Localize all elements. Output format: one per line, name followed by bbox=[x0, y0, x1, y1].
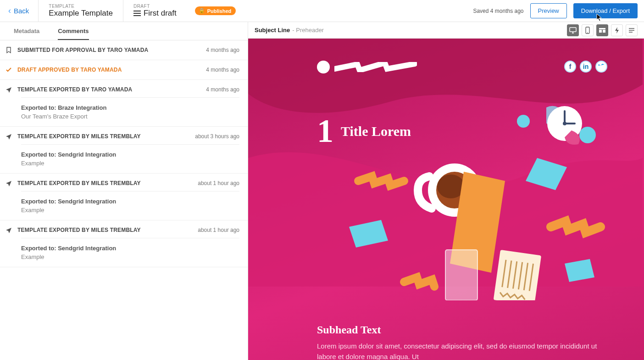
email-preview[interactable]: f in 1 Title Lorem bbox=[248, 39, 644, 360]
bookmark-icon bbox=[6, 47, 16, 53]
activity-title: TEMPLATE EXPORTED BY MILES TREMBLAY bbox=[17, 133, 141, 140]
subject-line[interactable]: Subject Line bbox=[255, 27, 290, 34]
svg-point-7 bbox=[579, 127, 596, 143]
twitter-icon[interactable] bbox=[595, 61, 607, 73]
activity-time: 4 months ago bbox=[206, 67, 239, 73]
body-text: Lorem ipsum dolor sit amet, consectetur … bbox=[317, 341, 598, 360]
activity-row: TEMPLATE EXPORTED BY MILES TREMBLAY abou… bbox=[0, 127, 248, 174]
activity-detail-primary: Exported to: Braze Integration bbox=[21, 104, 239, 111]
preheader-text[interactable]: - Preheader bbox=[292, 27, 324, 34]
svg-point-6 bbox=[517, 115, 530, 128]
tab-metadata[interactable]: Metadata bbox=[14, 28, 39, 40]
menu-icon bbox=[133, 11, 141, 16]
activity-row: TEMPLATE EXPORTED BY MILES TREMBLAY abou… bbox=[0, 220, 248, 267]
subject-bar: Subject Line - Preheader bbox=[248, 22, 644, 39]
activity-list: SUBMITTED FOR APPROVAL BY TARO YAMADA 4 … bbox=[0, 40, 248, 360]
saved-timestamp: Saved 4 months ago bbox=[473, 8, 523, 14]
left-panel: Metadata Comments SUBMITTED FOR APPROVAL… bbox=[0, 22, 248, 360]
svg-point-2 bbox=[587, 32, 588, 33]
activity-time: about 1 hour ago bbox=[198, 227, 239, 233]
structure-view-button[interactable] bbox=[596, 24, 608, 36]
subhead-text: Subhead Text bbox=[317, 324, 381, 336]
activity-title: DRAFT APPROVED BY TARO YAMADA bbox=[17, 67, 122, 73]
export-button[interactable]: Download / Export bbox=[573, 3, 638, 18]
activity-title: TEMPLATE EXPORTED BY MILES TREMBLAY bbox=[17, 227, 141, 233]
draft-name: First draft bbox=[144, 9, 177, 18]
activity-detail-secondary: Example bbox=[21, 160, 239, 167]
check-icon bbox=[6, 67, 16, 73]
app-header: ‹ Back TEMPLATE Example Template DRAFT F… bbox=[0, 0, 644, 22]
logo-zigzag-icon bbox=[334, 62, 417, 72]
svg-rect-13 bbox=[445, 250, 477, 300]
chevron-left-icon: ‹ bbox=[8, 6, 11, 16]
activity-detail-primary: Exported to: Sendgrid Integration bbox=[21, 198, 239, 205]
lock-icon: 🔒 bbox=[199, 8, 205, 14]
activity-detail-primary: Exported to: Sendgrid Integration bbox=[21, 151, 239, 158]
activity-time: about 3 hours ago bbox=[195, 133, 239, 140]
plane-icon bbox=[6, 86, 16, 93]
linkedin-icon[interactable]: in bbox=[580, 61, 592, 73]
template-name: Example Template bbox=[49, 9, 113, 18]
facebook-icon[interactable]: f bbox=[564, 61, 576, 73]
template-label: TEMPLATE bbox=[49, 4, 113, 9]
mobile-view-button[interactable] bbox=[582, 24, 594, 36]
activity-title: TEMPLATE EXPORTED BY MILES TREMBLAY bbox=[17, 180, 141, 186]
preview-button[interactable]: Preview bbox=[530, 3, 567, 18]
activity-row: TEMPLATE EXPORTED BY TARO YAMADA 4 month… bbox=[0, 80, 248, 127]
activity-detail-primary: Exported to: Sendgrid Integration bbox=[21, 245, 239, 252]
activity-detail-secondary: Our Team's Braze Export bbox=[21, 113, 239, 120]
draft-label: DRAFT bbox=[133, 4, 177, 9]
draft-cell[interactable]: DRAFT First draft bbox=[123, 0, 187, 22]
tab-comments[interactable]: Comments bbox=[58, 28, 89, 40]
template-cell[interactable]: TEMPLATE Example Template bbox=[38, 0, 123, 22]
activity-time: 4 months ago bbox=[206, 86, 239, 93]
plane-icon bbox=[6, 133, 16, 140]
activity-row: SUBMITTED FOR APPROVAL BY TARO YAMADA 4 … bbox=[0, 40, 248, 60]
activity-title: TEMPLATE EXPORTED BY TARO YAMADA bbox=[17, 86, 132, 93]
back-label: Back bbox=[14, 7, 29, 15]
side-tabs: Metadata Comments bbox=[0, 22, 248, 40]
activity-detail-secondary: Example bbox=[21, 253, 239, 260]
text-view-button[interactable] bbox=[626, 24, 638, 36]
activity-time: about 1 hour ago bbox=[198, 180, 239, 186]
logo-circle-icon bbox=[317, 61, 330, 73]
plane-icon bbox=[6, 180, 16, 186]
hero-illustration bbox=[294, 98, 615, 300]
desktop-view-button[interactable] bbox=[567, 24, 579, 36]
svg-rect-4 bbox=[599, 30, 602, 33]
activity-row: DRAFT APPROVED BY TARO YAMADA 4 months a… bbox=[0, 60, 248, 80]
svg-rect-5 bbox=[603, 30, 605, 33]
plane-icon bbox=[6, 227, 16, 233]
activity-detail-secondary: Example bbox=[21, 207, 239, 214]
social-links: f in bbox=[564, 61, 607, 73]
brand-logo bbox=[317, 61, 417, 73]
amp-view-button[interactable] bbox=[611, 24, 623, 36]
preview-panel: Subject Line - Preheader bbox=[248, 22, 644, 360]
activity-row: TEMPLATE EXPORTED BY MILES TREMBLAY abou… bbox=[0, 174, 248, 220]
activity-time: 4 months ago bbox=[206, 47, 239, 53]
svg-rect-3 bbox=[599, 28, 605, 29]
svg-rect-0 bbox=[570, 28, 576, 32]
activity-title: SUBMITTED FOR APPROVAL BY TARO YAMADA bbox=[17, 47, 148, 53]
back-button[interactable]: ‹ Back bbox=[0, 0, 38, 22]
published-badge: 🔒 Published bbox=[195, 6, 236, 15]
svg-point-9 bbox=[563, 122, 566, 125]
